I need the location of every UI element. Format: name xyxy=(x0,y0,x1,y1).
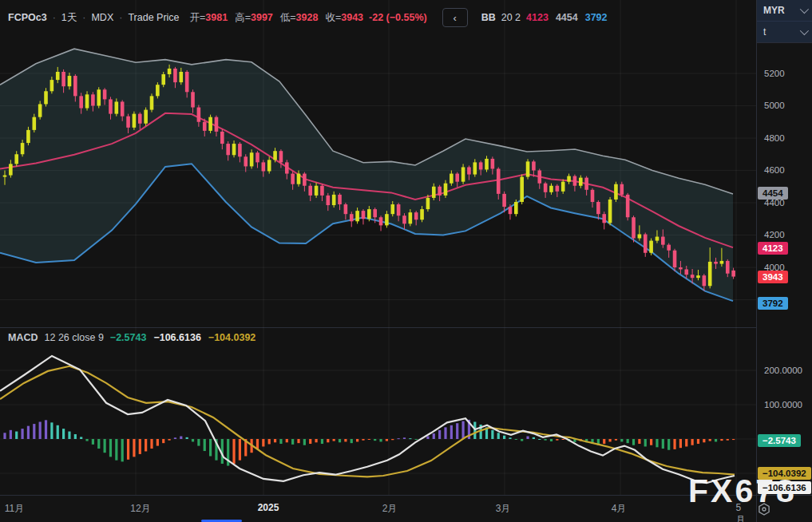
macd-current-value: −106.6136 xyxy=(153,332,200,343)
macd-main-line xyxy=(0,356,735,483)
macd-signal-line xyxy=(0,366,735,477)
trading-chart-window: FCPOc3 · 1天 · MDX · Trade Price 开=3981高=… xyxy=(0,0,812,522)
ohlc-item: 开=3981 xyxy=(190,11,228,25)
currency-dropdown[interactable]: MYR xyxy=(757,0,812,21)
ohlc-item: 低=3928 xyxy=(280,11,319,25)
price-scale[interactable]: MYR t 5200500048004600440042004000 200.0… xyxy=(756,0,812,522)
bb-fill xyxy=(0,49,733,301)
price-chart[interactable] xyxy=(0,0,756,327)
currency-label: MYR xyxy=(763,5,785,16)
time-axis-label[interactable]: 2月 xyxy=(382,502,398,516)
price-tick: 4200 xyxy=(764,230,785,239)
price-tick: 5000 xyxy=(764,101,785,110)
price-tick: 5200 xyxy=(764,69,785,78)
legend-collapse-button[interactable]: ‹ xyxy=(442,8,468,27)
separator: · xyxy=(119,12,122,23)
macd-tick: 100.0000 xyxy=(764,400,802,409)
interval-label[interactable]: 1天 xyxy=(61,11,77,25)
price-tick: 4800 xyxy=(764,133,785,143)
macd-gridlines xyxy=(0,327,756,495)
gear-icon[interactable] xyxy=(757,502,771,516)
ohlc-values: 开=3981高=3997低=3928收=3943 xyxy=(190,11,364,25)
time-axis-label[interactable]: 11月 xyxy=(5,502,24,516)
price-tick: 4600 xyxy=(764,165,785,175)
series-type-label: Trade Price xyxy=(128,12,179,23)
ohlc-item: 高=3997 xyxy=(235,11,273,25)
bb-value: 4123 xyxy=(526,12,549,23)
macd-legend: MACD 12 26 close 9 −2.5743−106.6136−104.… xyxy=(8,332,255,343)
exchange-label[interactable]: MDX xyxy=(91,12,113,23)
time-axis[interactable]: 11月12月20252月3月4月5月 xyxy=(0,495,756,522)
bb-value: 4454 xyxy=(556,12,578,23)
unit-label: t xyxy=(763,26,766,38)
bb-values: 412344543792 xyxy=(526,12,607,23)
time-axis-label[interactable]: 4月 xyxy=(612,502,627,516)
time-axis-label[interactable]: 5月 xyxy=(736,502,750,522)
price-tick: 4000 xyxy=(764,263,785,272)
ohlc-item: 收=3943 xyxy=(325,11,363,25)
chevron-down-icon xyxy=(800,5,809,14)
chevron-down-icon xyxy=(800,26,809,35)
bb-indicator-label[interactable]: BB xyxy=(481,12,496,23)
separator: · xyxy=(53,12,56,23)
chart-legend-toolbar: FCPOc3 · 1天 · MDX · Trade Price 开=3981高=… xyxy=(8,8,608,27)
separator: · xyxy=(82,12,85,23)
symbol-name[interactable]: FCPOc3 xyxy=(8,12,47,23)
macd-current-value: −104.0392 xyxy=(208,332,255,343)
macd-title[interactable]: MACD xyxy=(8,332,38,343)
macd-tick: 200.0000 xyxy=(764,366,802,375)
price-tick: 4400 xyxy=(764,198,785,208)
bb-value: 3792 xyxy=(585,12,608,23)
time-axis-label[interactable]: 12月 xyxy=(130,502,150,516)
macd-chart[interactable] xyxy=(0,327,756,495)
scale-menus: MYR t xyxy=(757,0,812,43)
chevron-left-icon: ‹ xyxy=(453,12,456,24)
time-axis-label[interactable]: 2025 xyxy=(258,502,279,513)
axis-settings-corner[interactable] xyxy=(757,495,812,522)
macd-values: −2.5743−106.6136−104.0392 xyxy=(110,332,255,343)
bb-params: 20 2 xyxy=(501,12,521,23)
time-axis-label[interactable]: 3月 xyxy=(496,502,511,516)
unit-dropdown[interactable]: t xyxy=(757,21,812,42)
macd-params: 12 26 close 9 xyxy=(45,332,104,343)
macd-current-value: −2.5743 xyxy=(110,332,147,343)
macd-histogram xyxy=(3,420,735,466)
change-value: -22 (−0.55%) xyxy=(369,12,427,23)
